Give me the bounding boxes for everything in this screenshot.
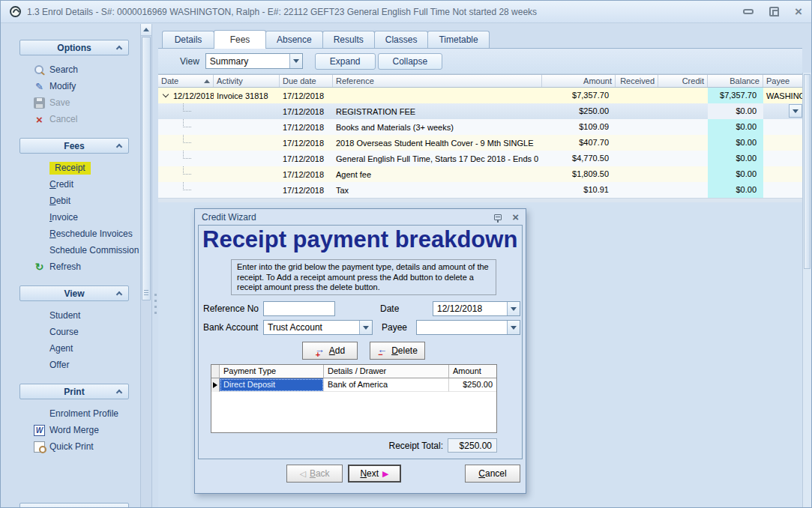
tree-line: [183, 103, 191, 112]
tree-line: [183, 135, 191, 143]
table-footer-strip: [158, 198, 804, 202]
word-icon: W: [34, 425, 45, 436]
table-row-registration-fee[interactable]: 17/12/2018 REGISTRATION FEE $250.00 $0.0…: [158, 103, 804, 119]
sidebar-item-quick-print[interactable]: Quick Print: [6, 438, 139, 455]
sidebar-item-refresh[interactable]: ↻ Refresh: [6, 258, 139, 275]
collapse-button[interactable]: Collapse: [378, 53, 443, 70]
sidebar-item-save[interactable]: Save: [6, 94, 139, 111]
sidebar-scrollbar[interactable]: [140, 24, 152, 507]
tree-line: [183, 182, 191, 190]
sidebar-item-search[interactable]: Search: [6, 61, 139, 78]
next-button[interactable]: Next ▶: [348, 465, 401, 483]
table-row-tax[interactable]: 17/12/2018 Tax $10.91 $0.00: [158, 182, 804, 198]
chevron-down-icon[interactable]: [359, 321, 372, 334]
tab-details[interactable]: Details: [162, 31, 214, 48]
tree-line: [183, 119, 191, 127]
column-header-credit[interactable]: Credit: [658, 75, 708, 87]
column-header-due-date[interactable]: Due date: [280, 75, 333, 87]
chevron-up-icon: [116, 46, 122, 52]
table-row-books[interactable]: 17/12/2018 Books and Materials (3+ weeks…: [158, 119, 804, 135]
delete-button[interactable]: ←− Delete: [370, 342, 425, 360]
grid-row[interactable]: Direct Deposit Bank of America $250.00: [211, 378, 496, 392]
chevron-down-icon[interactable]: [289, 54, 302, 68]
payee-select[interactable]: [416, 320, 520, 335]
column-header-date[interactable]: Date: [158, 75, 214, 87]
back-button[interactable]: ◁ Back: [286, 465, 343, 483]
sidebar-item-offer[interactable]: Offer: [6, 357, 139, 373]
date-label: Date: [380, 303, 399, 314]
sidebar-item-word-merge[interactable]: W Word Merge: [6, 422, 139, 438]
dialog-title-bar[interactable]: Credit Wizard ×: [195, 209, 526, 225]
payee-label: Payee: [382, 322, 407, 333]
close-icon[interactable]: ×: [795, 7, 802, 16]
chevron-down-icon[interactable]: [507, 302, 520, 315]
section-title: Print: [64, 387, 84, 397]
expand-button[interactable]: Expand: [315, 53, 376, 70]
sidebar-item-course[interactable]: Course: [6, 324, 139, 340]
details-drawer-cell[interactable]: Bank of America: [324, 378, 449, 392]
payment-type-cell[interactable]: Direct Deposit: [220, 378, 324, 392]
sidebar-item-cancel[interactable]: × Cancel: [6, 111, 139, 127]
sidebar-item-invoice[interactable]: Invoice: [6, 209, 139, 226]
table-row-tuition[interactable]: 17/12/2018 General English Full Time, St…: [158, 151, 804, 166]
expander-icon[interactable]: [163, 91, 169, 97]
column-header-balance[interactable]: Balance: [708, 75, 763, 87]
table-row-agent-fee[interactable]: 17/12/2018 Agent fee $1,809.50 $0.00: [158, 166, 804, 182]
sidebar-item-schedule-commission[interactable]: Schedule Commission: [6, 242, 139, 258]
scrollbar-thumb[interactable]: [804, 74, 811, 269]
sidebar-item-enrolment-profile[interactable]: Enrolment Profile: [6, 405, 139, 422]
column-header-reference[interactable]: Reference: [333, 75, 542, 87]
scroll-up-icon[interactable]: [141, 24, 151, 36]
sidebar-item-agent[interactable]: Agent: [6, 340, 139, 357]
sidebar-section-options[interactable]: Options: [19, 40, 129, 55]
section-title: Options: [57, 43, 91, 53]
minimize-icon[interactable]: [743, 9, 754, 14]
sidebar-section-partial[interactable]: [19, 503, 129, 507]
tab-results[interactable]: Results: [322, 31, 375, 48]
tab-absence[interactable]: Absence: [265, 31, 323, 48]
sort-asc-icon: [204, 79, 210, 83]
sidebar-item-modify[interactable]: ✎ Modify: [6, 78, 139, 94]
sidebar-item-student[interactable]: Student: [6, 307, 139, 324]
sidebar-section-fees[interactable]: Fees: [19, 138, 129, 154]
reference-no-input[interactable]: [263, 301, 335, 316]
sidebar-item-reschedule-invoices[interactable]: Reschedule Invoices: [6, 226, 139, 242]
amount-cell[interactable]: $250.00: [449, 378, 496, 392]
payee-dropdown-icon[interactable]: [789, 104, 802, 118]
grid-column-payment-type: Payment Type: [220, 365, 324, 378]
sidebar-item-receipt[interactable]: Receipt: [6, 160, 139, 176]
column-header-amount[interactable]: Amount: [542, 75, 616, 87]
content-scrollbar[interactable]: [802, 73, 811, 507]
table-row-health-cover[interactable]: 17/12/2018 2018 Overseas Student Health …: [158, 135, 804, 151]
tab-timetable[interactable]: Timetable: [427, 31, 489, 48]
scrollbar-thumb[interactable]: [142, 37, 151, 300]
bank-account-select[interactable]: Trust Account: [263, 320, 373, 335]
tree-line: [183, 151, 191, 159]
sidebar-section-print[interactable]: Print: [19, 384, 129, 399]
sidebar-item-label: Course: [49, 327, 79, 337]
maximize-icon[interactable]: [769, 7, 779, 16]
sidebar-section-view[interactable]: View: [19, 285, 129, 301]
cancel-button[interactable]: Cancel: [465, 465, 520, 483]
chevron-down-icon[interactable]: [507, 321, 520, 334]
pin-icon[interactable]: [494, 214, 502, 220]
date-select[interactable]: 12/12/2018: [433, 301, 520, 316]
table-header: Date Activity Due date Reference Amount …: [158, 74, 804, 88]
sidebar-item-label: Agent: [49, 343, 73, 354]
tab-fees[interactable]: Fees: [214, 30, 266, 49]
tab-classes[interactable]: Classes: [374, 31, 429, 48]
column-header-payee[interactable]: Payee: [763, 75, 804, 87]
column-header-received[interactable]: Received: [616, 75, 658, 87]
fees-toolbar: View Summary Expand Collapse: [158, 49, 802, 74]
dialog-description: Enter into the grid below the payment ty…: [231, 259, 496, 295]
sidebar-item-credit[interactable]: Credit: [6, 176, 139, 193]
payment-grid: Payment Type Details / Drawer Amount Dir…: [211, 364, 497, 433]
sidebar-item-label: Search: [49, 64, 78, 75]
sidebar-item-debit[interactable]: Debit: [6, 193, 139, 209]
column-header-activity[interactable]: Activity: [214, 75, 280, 87]
table-row-invoice[interactable]: 12/12/2018 Invoice 31818 17/12/2018 $7,3…: [158, 88, 804, 103]
add-button[interactable]: →+ Add: [302, 342, 358, 360]
close-icon[interactable]: ×: [512, 213, 519, 222]
view-select[interactable]: Summary: [205, 53, 303, 69]
panel-splitter[interactable]: [153, 24, 158, 507]
